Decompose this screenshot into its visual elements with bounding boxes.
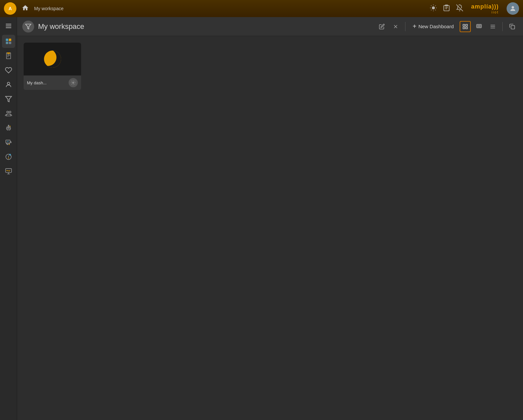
svg-rect-58 — [466, 24, 468, 26]
main-layout: My workspace + New Das — [0, 17, 523, 420]
sidebar — [0, 17, 17, 420]
header-actions: + New Dashboard — [376, 21, 518, 32]
new-dashboard-button[interactable]: + New Dashboard — [409, 21, 457, 32]
dashboard-card[interactable]: My dash... — [24, 43, 81, 90]
top-nav-icon-group — [430, 4, 463, 13]
svg-rect-63 — [479, 25, 481, 27]
dashboard-card-settings-icon[interactable] — [69, 78, 78, 87]
svg-rect-62 — [477, 25, 479, 27]
divider-2 — [502, 22, 503, 31]
svg-rect-35 — [9, 128, 9, 128]
edit-button[interactable] — [376, 21, 387, 32]
sidebar-item-automation[interactable] — [2, 121, 15, 135]
workspace-filter-icon[interactable] — [22, 21, 34, 32]
brand-name: amplía))) — [471, 3, 499, 10]
workspace-nav-label[interactable]: My workspace — [34, 6, 63, 11]
svg-rect-22 — [6, 42, 8, 44]
svg-line-53 — [9, 170, 10, 171]
view-grid-button[interactable] — [460, 21, 471, 32]
sidebar-item-alerts[interactable] — [2, 150, 15, 163]
svg-line-10 — [435, 5, 436, 6]
svg-point-44 — [8, 158, 9, 158]
svg-marker-54 — [26, 24, 31, 29]
dashboard-card-name: My dash... — [27, 80, 47, 85]
view-card-button[interactable] — [473, 21, 485, 32]
svg-rect-60 — [466, 27, 468, 29]
svg-rect-23 — [9, 42, 11, 44]
svg-marker-30 — [5, 96, 11, 102]
sidebar-item-monitor[interactable] — [2, 165, 15, 178]
svg-line-50 — [6, 170, 7, 171]
sidebar-item-filter[interactable] — [2, 93, 15, 106]
sidebar-item-dashboards[interactable] — [2, 35, 15, 48]
svg-point-29 — [7, 82, 10, 85]
view-list-button[interactable] — [487, 21, 498, 32]
app-logo[interactable]: A — [4, 2, 16, 15]
svg-rect-21 — [9, 39, 11, 41]
svg-rect-47 — [5, 169, 11, 173]
bell-off-icon[interactable] — [456, 4, 463, 13]
content-header: My workspace + New Das — [17, 17, 523, 36]
svg-point-31 — [7, 111, 9, 113]
sun-icon[interactable] — [430, 4, 437, 13]
hamburger-menu-icon[interactable] — [0, 20, 17, 32]
svg-rect-57 — [463, 24, 465, 26]
home-icon[interactable] — [22, 4, 29, 13]
main-content: My dash... — [17, 36, 523, 420]
svg-rect-28 — [7, 52, 10, 54]
svg-point-46 — [9, 154, 11, 156]
svg-rect-67 — [511, 25, 515, 29]
svg-text:A: A — [9, 6, 12, 11]
dashboard-card-thumbnail — [24, 43, 81, 75]
svg-line-9 — [431, 10, 431, 10]
svg-line-6 — [435, 10, 436, 10]
svg-line-15 — [456, 4, 463, 11]
dashboard-grid: My dash... — [24, 43, 516, 90]
svg-point-68 — [73, 82, 74, 83]
content-area: My workspace + New Das — [17, 17, 523, 420]
brand-group: amplía))) iiot — [471, 3, 499, 14]
page-title: My workspace — [38, 22, 372, 31]
sidebar-item-favorites[interactable] — [2, 64, 15, 77]
svg-line-5 — [431, 5, 431, 6]
new-dashboard-plus-icon: + — [413, 23, 417, 30]
svg-rect-20 — [6, 39, 8, 41]
clipboard-icon[interactable] — [443, 4, 450, 13]
divider-1 — [405, 22, 405, 31]
brand-sub: iiot — [491, 10, 499, 14]
svg-point-39 — [7, 144, 8, 145]
sidebar-item-reports[interactable] — [2, 49, 15, 62]
svg-line-52 — [8, 170, 9, 171]
sidebar-item-users[interactable] — [2, 78, 15, 91]
svg-point-36 — [8, 125, 9, 126]
svg-rect-38 — [6, 140, 10, 143]
user-avatar[interactable] — [507, 2, 519, 15]
svg-point-40 — [9, 144, 10, 145]
svg-line-51 — [7, 170, 8, 171]
top-navbar: A My workspace — [0, 0, 523, 17]
clone-button[interactable] — [507, 21, 518, 32]
new-dashboard-label: New Dashboard — [418, 24, 454, 29]
svg-point-32 — [9, 111, 11, 113]
svg-rect-33 — [7, 127, 10, 130]
svg-point-16 — [512, 6, 514, 9]
sidebar-item-groups[interactable] — [2, 107, 15, 120]
svg-rect-59 — [463, 27, 465, 29]
svg-rect-34 — [8, 128, 8, 128]
close-button[interactable] — [390, 21, 401, 32]
sidebar-item-devices[interactable] — [2, 136, 15, 149]
svg-point-37 — [10, 126, 11, 127]
dashboard-card-footer: My dash... — [24, 75, 81, 90]
svg-point-2 — [432, 6, 435, 9]
